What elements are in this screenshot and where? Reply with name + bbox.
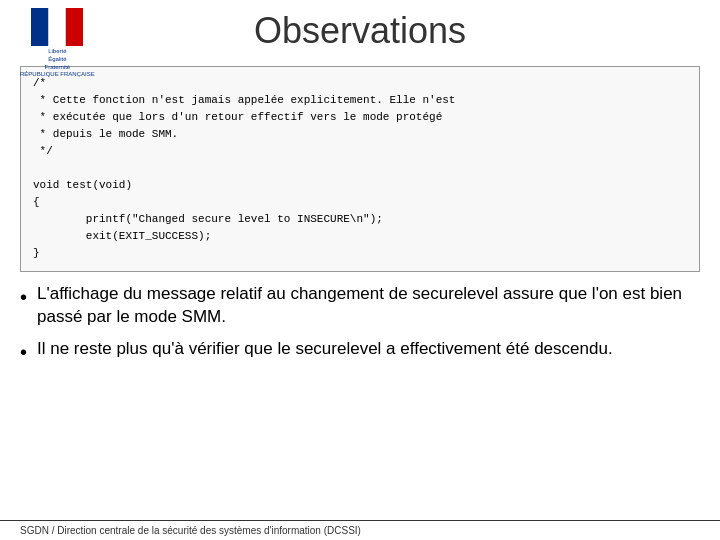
- flag-red: [66, 8, 83, 46]
- page-title: Observations: [254, 10, 466, 52]
- flag-white: [48, 8, 66, 46]
- bullet-dot-2: •: [20, 338, 27, 366]
- footer: SGDN / Direction centrale de la sécurité…: [0, 520, 720, 540]
- bullet-dot-1: •: [20, 283, 27, 311]
- bullet-text-1: L'affichage du message relatif au change…: [37, 282, 700, 330]
- logo-text: LibertéÉgalitéFraternitéRÉPUBLIQUE FRANÇ…: [20, 48, 95, 79]
- footer-text: SGDN / Direction centrale de la sécurité…: [20, 525, 361, 536]
- bullet-item-1: • L'affichage du message relatif au chan…: [20, 282, 700, 330]
- bullet-item-2: • Il ne reste plus qu'à vérifier que le …: [20, 337, 700, 366]
- french-flag: [31, 8, 83, 46]
- flag-blue: [31, 8, 48, 46]
- header: LibertéÉgalitéFraternitéRÉPUBLIQUE FRANÇ…: [0, 0, 720, 58]
- logo: LibertéÉgalitéFraternitéRÉPUBLIQUE FRANÇ…: [20, 8, 95, 79]
- bullet-text-2: Il ne reste plus qu'à vérifier que le se…: [37, 337, 700, 361]
- code-block: /* * Cette fonction n'est jamais appelée…: [20, 66, 700, 272]
- bullets-section: • L'affichage du message relatif au chan…: [20, 282, 700, 367]
